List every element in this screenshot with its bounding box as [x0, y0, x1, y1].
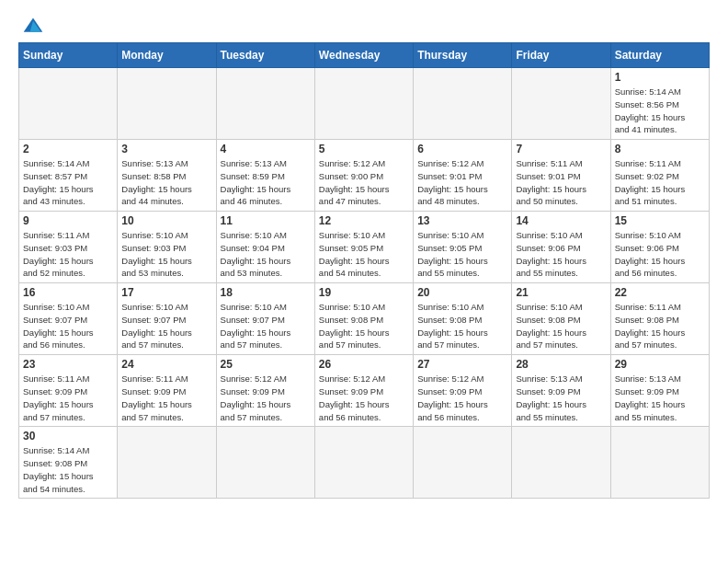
day-info: Sunrise: 5:10 AM Sunset: 9:07 PM Dayligh… — [121, 301, 211, 351]
page-header — [18, 15, 710, 37]
calendar-cell: 23Sunrise: 5:11 AM Sunset: 9:09 PM Dayli… — [19, 355, 118, 427]
day-info: Sunrise: 5:11 AM Sunset: 9:01 PM Dayligh… — [516, 157, 606, 208]
header-friday: Friday — [512, 43, 610, 68]
header-monday: Monday — [118, 43, 216, 68]
day-number: 25 — [221, 358, 311, 371]
calendar-cell: 21Sunrise: 5:10 AM Sunset: 9:08 PM Dayli… — [512, 283, 610, 355]
calendar-cell: 7Sunrise: 5:11 AM Sunset: 9:01 PM Daylig… — [512, 140, 610, 212]
calendar-cell: 11Sunrise: 5:10 AM Sunset: 9:04 PM Dayli… — [216, 212, 314, 283]
header-tuesday: Tuesday — [216, 43, 314, 68]
calendar-cell: 18Sunrise: 5:10 AM Sunset: 9:07 PM Dayli… — [216, 283, 314, 355]
calendar-cell: 8Sunrise: 5:11 AM Sunset: 9:02 PM Daylig… — [610, 140, 709, 212]
week-row-2: 9Sunrise: 5:11 AM Sunset: 9:03 PM Daylig… — [19, 212, 710, 283]
day-info: Sunrise: 5:14 AM Sunset: 9:08 PM Dayligh… — [23, 444, 113, 495]
calendar-cell — [414, 68, 512, 140]
day-number: 16 — [23, 286, 113, 299]
day-info: Sunrise: 5:10 AM Sunset: 9:07 PM Dayligh… — [221, 301, 311, 351]
logo — [18, 15, 46, 37]
logo-icon — [22, 15, 44, 37]
day-info: Sunrise: 5:10 AM Sunset: 9:05 PM Dayligh… — [319, 229, 409, 280]
day-info: Sunrise: 5:10 AM Sunset: 9:08 PM Dayligh… — [319, 301, 409, 351]
day-number: 19 — [319, 286, 409, 299]
day-info: Sunrise: 5:12 AM Sunset: 9:09 PM Dayligh… — [221, 373, 311, 423]
day-number: 26 — [319, 358, 409, 371]
calendar-cell: 29Sunrise: 5:13 AM Sunset: 9:09 PM Dayli… — [610, 355, 709, 427]
day-info: Sunrise: 5:10 AM Sunset: 9:04 PM Dayligh… — [221, 229, 311, 280]
day-number: 20 — [417, 286, 507, 299]
day-info: Sunrise: 5:10 AM Sunset: 9:06 PM Dayligh… — [516, 229, 606, 280]
calendar-cell — [19, 68, 118, 140]
day-info: Sunrise: 5:12 AM Sunset: 9:09 PM Dayligh… — [319, 373, 409, 423]
days-header-row: SundayMondayTuesdayWednesdayThursdayFrid… — [19, 43, 710, 68]
day-info: Sunrise: 5:12 AM Sunset: 9:00 PM Dayligh… — [319, 157, 409, 208]
day-number: 30 — [23, 430, 113, 442]
calendar-cell: 19Sunrise: 5:10 AM Sunset: 9:08 PM Dayli… — [314, 283, 413, 355]
calendar-cell: 14Sunrise: 5:10 AM Sunset: 9:06 PM Dayli… — [512, 212, 610, 283]
calendar-cell: 10Sunrise: 5:10 AM Sunset: 9:03 PM Dayli… — [118, 212, 216, 283]
calendar-cell: 3Sunrise: 5:13 AM Sunset: 8:58 PM Daylig… — [118, 140, 216, 212]
week-row-4: 23Sunrise: 5:11 AM Sunset: 9:09 PM Dayli… — [19, 355, 710, 427]
calendar-cell — [610, 427, 709, 499]
calendar-cell: 2Sunrise: 5:14 AM Sunset: 8:57 PM Daylig… — [19, 140, 118, 212]
calendar-cell — [216, 68, 314, 140]
day-info: Sunrise: 5:10 AM Sunset: 9:06 PM Dayligh… — [615, 229, 705, 280]
calendar-cell: 5Sunrise: 5:12 AM Sunset: 9:00 PM Daylig… — [314, 140, 413, 212]
week-row-1: 2Sunrise: 5:14 AM Sunset: 8:57 PM Daylig… — [19, 140, 710, 212]
day-info: Sunrise: 5:11 AM Sunset: 9:08 PM Dayligh… — [615, 301, 705, 351]
calendar-cell: 17Sunrise: 5:10 AM Sunset: 9:07 PM Dayli… — [118, 283, 216, 355]
day-number: 7 — [516, 143, 606, 155]
calendar-cell: 13Sunrise: 5:10 AM Sunset: 9:05 PM Dayli… — [414, 212, 512, 283]
week-row-3: 16Sunrise: 5:10 AM Sunset: 9:07 PM Dayli… — [19, 283, 710, 355]
day-info: Sunrise: 5:12 AM Sunset: 9:09 PM Dayligh… — [417, 373, 507, 423]
header-saturday: Saturday — [610, 43, 709, 68]
day-number: 27 — [417, 358, 507, 371]
calendar-cell: 26Sunrise: 5:12 AM Sunset: 9:09 PM Dayli… — [314, 355, 413, 427]
day-number: 6 — [417, 143, 507, 155]
day-info: Sunrise: 5:11 AM Sunset: 9:09 PM Dayligh… — [121, 373, 211, 423]
day-number: 13 — [417, 214, 507, 227]
day-number: 28 — [516, 358, 606, 371]
calendar-cell: 28Sunrise: 5:13 AM Sunset: 9:09 PM Dayli… — [512, 355, 610, 427]
day-info: Sunrise: 5:10 AM Sunset: 9:05 PM Dayligh… — [417, 229, 507, 280]
day-number: 3 — [121, 143, 211, 155]
calendar-cell: 16Sunrise: 5:10 AM Sunset: 9:07 PM Dayli… — [19, 283, 118, 355]
day-info: Sunrise: 5:11 AM Sunset: 9:02 PM Dayligh… — [615, 157, 705, 208]
day-number: 22 — [615, 286, 705, 299]
day-number: 8 — [615, 143, 705, 155]
calendar-table: SundayMondayTuesdayWednesdayThursdayFrid… — [18, 42, 710, 499]
day-number: 9 — [23, 214, 113, 227]
calendar-cell: 22Sunrise: 5:11 AM Sunset: 9:08 PM Dayli… — [610, 283, 709, 355]
day-info: Sunrise: 5:14 AM Sunset: 8:56 PM Dayligh… — [615, 86, 705, 136]
week-row-5: 30Sunrise: 5:14 AM Sunset: 9:08 PM Dayli… — [19, 427, 710, 499]
day-number: 4 — [221, 143, 311, 155]
header-sunday: Sunday — [19, 43, 118, 68]
calendar-cell: 24Sunrise: 5:11 AM Sunset: 9:09 PM Dayli… — [118, 355, 216, 427]
calendar-cell: 30Sunrise: 5:14 AM Sunset: 9:08 PM Dayli… — [19, 427, 118, 499]
day-info: Sunrise: 5:10 AM Sunset: 9:03 PM Dayligh… — [121, 229, 211, 280]
day-info: Sunrise: 5:11 AM Sunset: 9:03 PM Dayligh… — [23, 229, 113, 280]
day-info: Sunrise: 5:10 AM Sunset: 9:08 PM Dayligh… — [417, 301, 507, 351]
day-number: 5 — [319, 143, 409, 155]
day-info: Sunrise: 5:13 AM Sunset: 9:09 PM Dayligh… — [516, 373, 606, 423]
day-info: Sunrise: 5:10 AM Sunset: 9:07 PM Dayligh… — [23, 301, 113, 351]
day-info: Sunrise: 5:13 AM Sunset: 8:58 PM Dayligh… — [121, 157, 211, 208]
calendar-cell — [314, 427, 413, 499]
day-number: 24 — [121, 358, 211, 371]
calendar-cell: 4Sunrise: 5:13 AM Sunset: 8:59 PM Daylig… — [216, 140, 314, 212]
day-number: 2 — [23, 143, 113, 155]
calendar-cell: 6Sunrise: 5:12 AM Sunset: 9:01 PM Daylig… — [414, 140, 512, 212]
day-number: 29 — [615, 358, 705, 371]
day-info: Sunrise: 5:11 AM Sunset: 9:09 PM Dayligh… — [23, 373, 113, 423]
calendar-cell — [512, 427, 610, 499]
calendar-cell — [512, 68, 610, 140]
calendar-cell: 25Sunrise: 5:12 AM Sunset: 9:09 PM Dayli… — [216, 355, 314, 427]
calendar-cell: 12Sunrise: 5:10 AM Sunset: 9:05 PM Dayli… — [314, 212, 413, 283]
calendar-cell — [118, 68, 216, 140]
day-info: Sunrise: 5:13 AM Sunset: 8:59 PM Dayligh… — [221, 157, 311, 208]
day-number: 18 — [221, 286, 311, 299]
day-number: 15 — [615, 214, 705, 227]
calendar-cell: 20Sunrise: 5:10 AM Sunset: 9:08 PM Dayli… — [414, 283, 512, 355]
calendar-cell — [414, 427, 512, 499]
calendar-cell: 15Sunrise: 5:10 AM Sunset: 9:06 PM Dayli… — [610, 212, 709, 283]
day-number: 14 — [516, 214, 606, 227]
